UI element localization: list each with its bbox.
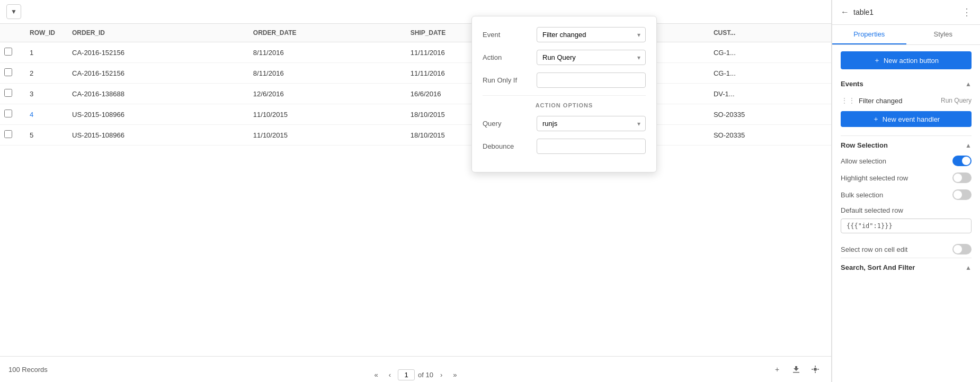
first-page-btn[interactable]: « (370, 369, 381, 380)
cell-order-date: 11/10/2015 (245, 125, 402, 145)
popup-event-row: Event Filter changed (483, 27, 646, 42)
col-order-date: ORDER_DATE (245, 24, 402, 42)
table-row[interactable]: 5 US-2015-108966 11/10/2015 18/10/2015 S… (0, 125, 831, 145)
cell-row-id: 3 (21, 84, 64, 104)
drag-handle-icon: ⋮⋮ (841, 96, 856, 105)
download-btn[interactable] (789, 362, 804, 377)
col-row-id: ROW_ID (21, 24, 64, 42)
allow-selection-row: Allow selection (841, 152, 972, 169)
cell-order-date: 12/6/2016 (245, 84, 402, 104)
event-select[interactable]: Filter changed (537, 27, 646, 42)
bulk-selection-label: Bulk selection (841, 191, 883, 199)
cell-customer: SO-20335 (705, 104, 831, 125)
row-checkbox-1[interactable] (4, 48, 12, 56)
event-item-action: Run Query (941, 97, 972, 104)
events-collapse-btn[interactable]: ▲ (965, 80, 972, 88)
pagination-controls: « ‹ of 10 › » (370, 369, 460, 380)
table-row[interactable]: 3 CA-2016-138688 12/6/2016 16/6/2016 Sec… (0, 84, 831, 104)
cell-customer: CG-1... (705, 42, 831, 63)
bulk-selection-toggle[interactable] (952, 189, 972, 200)
cell-row-id: 2 (21, 63, 64, 84)
col-customer: CUST... (705, 24, 831, 42)
table-toolbar: ▼ (0, 0, 831, 24)
row-link-4[interactable]: 4 (30, 111, 33, 119)
svg-rect-0 (793, 372, 799, 373)
table-header-row: ROW_ID ORDER_ID ORDER_DATE SHIP_DATE SHI… (0, 24, 831, 42)
table-row[interactable]: 2 CA-2016-152156 8/11/2016 11/11/2016 Se… (0, 63, 831, 84)
new-action-button[interactable]: ＋ New action button (841, 51, 972, 69)
right-panel: ← table1 ⋮ Properties Styles ＋ New actio… (832, 0, 980, 382)
plus-icon-event: ＋ (872, 114, 879, 124)
row-checkbox-3[interactable] (4, 89, 12, 97)
cell-row-id: 5 (21, 125, 64, 145)
action-select-wrapper: Run Query (537, 50, 646, 65)
cell-order-date: 8/11/2016 (245, 63, 402, 84)
last-page-btn[interactable]: » (449, 369, 460, 380)
page-input[interactable] (398, 369, 415, 380)
table-footer: 100 Records « ‹ of 10 › » + (0, 356, 831, 382)
event-label: Event (483, 31, 530, 39)
search-sort-filter-collapse-btn[interactable]: ▲ (965, 264, 972, 271)
panel-content: ＋ New action button Events ▲ ⋮⋮ Filter c… (832, 45, 980, 382)
prev-page-btn[interactable]: ‹ (385, 369, 395, 380)
panel-header: ← table1 ⋮ (832, 0, 980, 25)
popup-query-row: Query runjs (483, 116, 646, 131)
page-of-label: of 10 (418, 371, 433, 379)
query-select[interactable]: runjs (537, 116, 646, 131)
row-selection-title: Row Selection (841, 141, 888, 149)
tab-properties[interactable]: Properties (832, 25, 906, 44)
next-page-btn[interactable]: › (436, 369, 446, 380)
row-selection-section-header: Row Selection ▲ (841, 135, 972, 152)
action-options-divider: ACTION OPTIONS (483, 95, 646, 108)
debounce-label: Debounce (483, 142, 530, 150)
action-select[interactable]: Run Query (537, 50, 646, 65)
new-event-handler-button[interactable]: ＋ New event handler (841, 111, 972, 127)
cell-order-id: CA-2016-152156 (64, 63, 245, 84)
event-popup: Event Filter changed Action Run Query Ru… (471, 16, 657, 172)
cell-order-id: US-2015-108966 (64, 104, 245, 125)
cell-customer: CG-1... (705, 63, 831, 84)
footer-records: 100 Records (8, 366, 280, 374)
select-on-edit-label: Select row on cell edit (841, 245, 907, 253)
tab-styles[interactable]: Styles (906, 25, 981, 44)
popup-action-row: Action Run Query (483, 50, 646, 65)
cell-customer: SO-20335 (705, 125, 831, 145)
col-order-id: ORDER_ID (64, 24, 245, 42)
run-only-if-input[interactable] (537, 72, 646, 88)
events-section-header: Events ▲ (841, 78, 972, 88)
events-title: Events (841, 80, 863, 88)
event-select-wrapper: Filter changed (537, 27, 646, 42)
filter-btn[interactable] (808, 362, 823, 377)
svg-point-1 (814, 368, 817, 371)
plus-icon: ＋ (874, 56, 880, 65)
footer-actions: + (551, 362, 823, 377)
row-checkbox-5[interactable] (4, 130, 12, 138)
run-only-if-label: Run Only If (483, 76, 530, 84)
event-item-name: Filter changed (859, 97, 941, 105)
default-row-section: Default selected row (841, 203, 972, 241)
table-row[interactable]: 1 CA-2016-152156 8/11/2016 11/11/2016 Se… (0, 42, 831, 63)
select-on-edit-toggle[interactable] (952, 244, 972, 254)
row-selection-collapse-btn[interactable]: ▲ (965, 142, 972, 149)
cell-order-id: US-2015-108966 (64, 125, 245, 145)
table-wrapper: ROW_ID ORDER_ID ORDER_DATE SHIP_DATE SHI… (0, 24, 831, 356)
default-row-input[interactable] (841, 219, 972, 233)
event-list-item[interactable]: ⋮⋮ Filter changed Run Query (841, 93, 972, 108)
filter-icon[interactable]: ▼ (6, 4, 21, 19)
row-checkbox-2[interactable] (4, 68, 12, 76)
popup-run-only-if-row: Run Only If (483, 72, 646, 88)
back-button[interactable]: ← (841, 7, 849, 17)
highlight-row-label: Highlight selected row (841, 174, 908, 182)
debounce-input[interactable] (537, 139, 646, 154)
panel-title: table1 (853, 8, 958, 16)
add-row-btn[interactable]: + (770, 362, 785, 377)
table-area: ▼ ROW_ID ORDER_ID ORDER_DATE SHIP_DATE S… (0, 0, 832, 382)
panel-menu-button[interactable]: ⋮ (962, 6, 972, 18)
row-checkbox-4[interactable] (4, 110, 12, 117)
panel-tabs: Properties Styles (832, 25, 980, 45)
col-checkbox (0, 24, 21, 42)
data-table: ROW_ID ORDER_ID ORDER_DATE SHIP_DATE SHI… (0, 24, 831, 145)
highlight-row-toggle[interactable] (952, 172, 972, 183)
table-row[interactable]: 4 US-2015-108966 11/10/2015 18/10/2015 S… (0, 104, 831, 125)
allow-selection-toggle[interactable] (952, 156, 972, 166)
